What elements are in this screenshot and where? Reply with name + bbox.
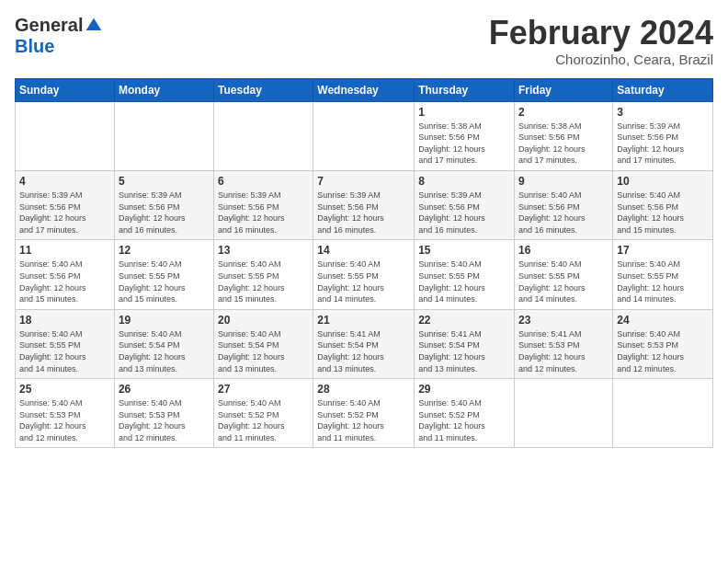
calendar-week-row: 18Sunrise: 5:40 AM Sunset: 5:55 PM Dayli… — [16, 309, 713, 378]
day-info: Sunrise: 5:41 AM Sunset: 5:53 PM Dayligh… — [518, 328, 609, 374]
calendar-cell: 2Sunrise: 5:38 AM Sunset: 5:56 PM Daylig… — [515, 101, 613, 170]
logo-general-text: General — [15, 15, 83, 36]
weekday-header-sunday: Sunday — [16, 78, 115, 101]
day-info: Sunrise: 5:40 AM Sunset: 5:56 PM Dayligh… — [19, 259, 110, 304]
logo-icon — [85, 17, 103, 35]
day-info: Sunrise: 5:40 AM Sunset: 5:52 PM Dayligh… — [218, 397, 309, 443]
calendar-week-row: 1Sunrise: 5:38 AM Sunset: 5:56 PM Daylig… — [16, 101, 713, 170]
day-info: Sunrise: 5:39 AM Sunset: 5:56 PM Dayligh… — [317, 190, 410, 236]
day-info: Sunrise: 5:40 AM Sunset: 5:53 PM Dayligh… — [19, 397, 110, 443]
day-number: 26 — [119, 383, 210, 396]
calendar-cell: 8Sunrise: 5:39 AM Sunset: 5:56 PM Daylig… — [415, 170, 515, 239]
day-number: 14 — [317, 244, 410, 257]
calendar-cell — [214, 101, 313, 170]
calendar-cell: 16Sunrise: 5:40 AM Sunset: 5:55 PM Dayli… — [515, 240, 613, 309]
day-info: Sunrise: 5:40 AM Sunset: 5:55 PM Dayligh… — [218, 259, 309, 304]
calendar-cell: 28Sunrise: 5:40 AM Sunset: 5:52 PM Dayli… — [313, 379, 415, 448]
calendar-cell — [313, 101, 415, 170]
day-info: Sunrise: 5:40 AM Sunset: 5:55 PM Dayligh… — [19, 328, 110, 374]
calendar-cell: 26Sunrise: 5:40 AM Sunset: 5:53 PM Dayli… — [114, 379, 213, 448]
calendar-cell: 23Sunrise: 5:41 AM Sunset: 5:53 PM Dayli… — [515, 309, 613, 378]
calendar-cell: 14Sunrise: 5:40 AM Sunset: 5:55 PM Dayli… — [313, 240, 415, 309]
day-number: 1 — [418, 106, 510, 119]
calendar-cell: 5Sunrise: 5:39 AM Sunset: 5:56 PM Daylig… — [114, 170, 213, 239]
logo: General Blue — [15, 15, 103, 57]
day-number: 19 — [119, 314, 210, 327]
day-number: 16 — [518, 244, 609, 257]
calendar-cell: 21Sunrise: 5:41 AM Sunset: 5:54 PM Dayli… — [313, 309, 415, 378]
calendar-cell: 7Sunrise: 5:39 AM Sunset: 5:56 PM Daylig… — [313, 170, 415, 239]
day-info: Sunrise: 5:40 AM Sunset: 5:56 PM Dayligh… — [617, 190, 709, 236]
day-number: 13 — [218, 244, 309, 257]
calendar-cell — [515, 379, 613, 448]
day-info: Sunrise: 5:40 AM Sunset: 5:52 PM Dayligh… — [317, 397, 410, 443]
day-info: Sunrise: 5:40 AM Sunset: 5:55 PM Dayligh… — [617, 259, 709, 304]
day-number: 21 — [317, 314, 410, 327]
calendar-cell — [114, 101, 213, 170]
calendar-cell: 10Sunrise: 5:40 AM Sunset: 5:56 PM Dayli… — [613, 170, 713, 239]
day-number: 25 — [19, 383, 110, 396]
day-info: Sunrise: 5:40 AM Sunset: 5:55 PM Dayligh… — [418, 259, 510, 304]
calendar-cell: 29Sunrise: 5:40 AM Sunset: 5:52 PM Dayli… — [415, 379, 515, 448]
day-number: 17 — [617, 244, 709, 257]
day-info: Sunrise: 5:38 AM Sunset: 5:56 PM Dayligh… — [518, 121, 609, 167]
day-info: Sunrise: 5:40 AM Sunset: 5:56 PM Dayligh… — [518, 190, 609, 236]
day-number: 27 — [218, 383, 309, 396]
day-info: Sunrise: 5:38 AM Sunset: 5:56 PM Dayligh… — [418, 121, 510, 167]
day-number: 4 — [19, 175, 110, 188]
calendar-week-row: 4Sunrise: 5:39 AM Sunset: 5:56 PM Daylig… — [16, 170, 713, 239]
day-number: 24 — [617, 314, 709, 327]
day-info: Sunrise: 5:40 AM Sunset: 5:53 PM Dayligh… — [617, 328, 709, 374]
day-info: Sunrise: 5:40 AM Sunset: 5:54 PM Dayligh… — [218, 328, 309, 374]
calendar-table: SundayMondayTuesdayWednesdayThursdayFrid… — [15, 78, 713, 449]
weekday-header-friday: Friday — [515, 78, 613, 101]
calendar-cell: 3Sunrise: 5:39 AM Sunset: 5:56 PM Daylig… — [613, 101, 713, 170]
day-number: 9 — [518, 175, 609, 188]
day-info: Sunrise: 5:39 AM Sunset: 5:56 PM Dayligh… — [418, 190, 510, 236]
weekday-header-monday: Monday — [114, 78, 213, 101]
day-info: Sunrise: 5:41 AM Sunset: 5:54 PM Dayligh… — [317, 328, 410, 374]
calendar-cell: 6Sunrise: 5:39 AM Sunset: 5:56 PM Daylig… — [214, 170, 313, 239]
day-number: 11 — [19, 244, 110, 257]
day-info: Sunrise: 5:39 AM Sunset: 5:56 PM Dayligh… — [617, 121, 709, 167]
day-number: 20 — [218, 314, 309, 327]
calendar-cell: 1Sunrise: 5:38 AM Sunset: 5:56 PM Daylig… — [415, 101, 515, 170]
day-info: Sunrise: 5:39 AM Sunset: 5:56 PM Dayligh… — [119, 190, 210, 236]
day-number: 22 — [418, 314, 510, 327]
calendar-cell: 12Sunrise: 5:40 AM Sunset: 5:55 PM Dayli… — [114, 240, 213, 309]
page-header: General Blue February 2024 Chorozinho, C… — [15, 15, 713, 67]
weekday-header-wednesday: Wednesday — [313, 78, 415, 101]
day-number: 7 — [317, 175, 410, 188]
calendar-cell: 11Sunrise: 5:40 AM Sunset: 5:56 PM Dayli… — [16, 240, 115, 309]
calendar-cell: 13Sunrise: 5:40 AM Sunset: 5:55 PM Dayli… — [214, 240, 313, 309]
calendar-cell: 15Sunrise: 5:40 AM Sunset: 5:55 PM Dayli… — [415, 240, 515, 309]
calendar-cell: 22Sunrise: 5:41 AM Sunset: 5:54 PM Dayli… — [415, 309, 515, 378]
day-info: Sunrise: 5:40 AM Sunset: 5:55 PM Dayligh… — [518, 259, 609, 304]
weekday-header-tuesday: Tuesday — [214, 78, 313, 101]
month-title: February 2024 — [489, 15, 713, 52]
day-number: 10 — [617, 175, 709, 188]
weekday-header-saturday: Saturday — [613, 78, 713, 101]
day-number: 6 — [218, 175, 309, 188]
day-number: 29 — [418, 383, 510, 396]
day-number: 18 — [19, 314, 110, 327]
calendar-week-row: 11Sunrise: 5:40 AM Sunset: 5:56 PM Dayli… — [16, 240, 713, 309]
calendar-cell — [613, 379, 713, 448]
day-info: Sunrise: 5:40 AM Sunset: 5:55 PM Dayligh… — [119, 259, 210, 304]
calendar-cell: 19Sunrise: 5:40 AM Sunset: 5:54 PM Dayli… — [114, 309, 213, 378]
calendar-cell: 4Sunrise: 5:39 AM Sunset: 5:56 PM Daylig… — [16, 170, 115, 239]
day-info: Sunrise: 5:41 AM Sunset: 5:54 PM Dayligh… — [418, 328, 510, 374]
calendar-cell: 27Sunrise: 5:40 AM Sunset: 5:52 PM Dayli… — [214, 379, 313, 448]
day-number: 5 — [119, 175, 210, 188]
calendar-cell: 9Sunrise: 5:40 AM Sunset: 5:56 PM Daylig… — [515, 170, 613, 239]
calendar-cell: 17Sunrise: 5:40 AM Sunset: 5:55 PM Dayli… — [613, 240, 713, 309]
day-number: 2 — [518, 106, 609, 119]
day-info: Sunrise: 5:39 AM Sunset: 5:56 PM Dayligh… — [218, 190, 309, 236]
svg-marker-0 — [86, 17, 102, 29]
day-info: Sunrise: 5:39 AM Sunset: 5:56 PM Dayligh… — [19, 190, 110, 236]
calendar-cell: 18Sunrise: 5:40 AM Sunset: 5:55 PM Dayli… — [16, 309, 115, 378]
day-info: Sunrise: 5:40 AM Sunset: 5:52 PM Dayligh… — [418, 397, 510, 443]
day-info: Sunrise: 5:40 AM Sunset: 5:54 PM Dayligh… — [119, 328, 210, 374]
day-number: 23 — [518, 314, 609, 327]
weekday-header-thursday: Thursday — [415, 78, 515, 101]
